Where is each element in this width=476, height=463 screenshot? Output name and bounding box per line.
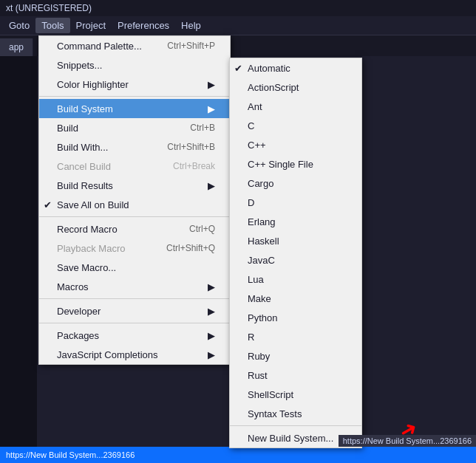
label: Packages <box>57 330 99 341</box>
menu-item-js-completions[interactable]: JavaScript Completions ▶ <box>39 345 230 364</box>
menu-goto[interactable]: Goto <box>3 18 35 33</box>
build-system-submenu: ✔ Automatic ActionScript Ant C C++ C++ S… <box>229 58 362 448</box>
label: New Build System... <box>248 433 333 444</box>
url-tooltip: https://New Build System...2369166 <box>339 435 476 447</box>
menu-item-save-macro[interactable]: Save Macro... <box>39 258 230 277</box>
menu-bar: Goto Tools Project Preferences Help <box>0 16 476 35</box>
label: C <box>248 120 254 131</box>
bs-javac[interactable]: JavaC <box>230 250 361 270</box>
label: Developer <box>57 306 101 317</box>
bs-syntax-tests[interactable]: Syntax Tests <box>230 404 361 423</box>
bs-ruby[interactable]: Ruby <box>230 346 361 366</box>
separator-4 <box>39 323 230 323</box>
bs-separator <box>230 425 361 426</box>
label: Lua <box>248 274 264 285</box>
label: Command Palette... <box>57 41 142 52</box>
url-text: https://New Build System...2369166 <box>343 436 472 445</box>
menu-item-color-highlighter[interactable]: Color Highlighter ▶ <box>39 75 230 94</box>
bs-lua[interactable]: Lua <box>230 270 361 289</box>
sidebar <box>0 56 37 447</box>
label: Snippets... <box>57 60 102 71</box>
title-bar: xt (UNREGISTERED) <box>0 0 476 16</box>
label: Erlang <box>248 216 276 227</box>
label: Save All on Build <box>57 199 129 210</box>
label: C++ Single File <box>248 159 313 170</box>
label: Save Macro... <box>57 262 116 273</box>
label: Build System <box>57 103 113 114</box>
menu-item-command-palette[interactable]: Command Palette... Ctrl+Shift+P <box>39 36 230 55</box>
menu-item-build-results[interactable]: Build Results ▶ <box>39 176 230 195</box>
label: Color Highlighter <box>57 79 129 90</box>
label: Cancel Build <box>57 161 111 172</box>
label: Build <box>57 123 78 134</box>
submenu-arrow: ▶ <box>193 306 215 317</box>
bs-make[interactable]: Make <box>230 289 361 308</box>
bs-d[interactable]: D <box>230 193 361 212</box>
menu-tools[interactable]: Tools <box>35 18 69 33</box>
label: D <box>248 197 254 208</box>
submenu-arrow: ▶ <box>193 103 215 114</box>
menu-project[interactable]: Project <box>70 18 112 33</box>
bs-haskell[interactable]: Haskell <box>230 231 361 250</box>
tools-dropdown: Command Palette... Ctrl+Shift+P Snippets… <box>38 35 231 365</box>
submenu-arrow: ▶ <box>193 330 215 341</box>
status-bar: https://New Build System...2369166 <box>0 447 476 463</box>
label: Ant <box>248 101 262 112</box>
checkmark-icon: ✔ <box>234 63 242 74</box>
bs-python[interactable]: Python <box>230 308 361 327</box>
bs-erlang[interactable]: Erlang <box>230 212 361 231</box>
menu-item-record-macro[interactable]: Record Macro Ctrl+Q <box>39 219 230 239</box>
label: R <box>248 332 254 343</box>
menu-help[interactable]: Help <box>175 18 207 33</box>
label: Make <box>248 293 271 304</box>
bs-rust[interactable]: Rust <box>230 366 361 385</box>
label: Haskell <box>248 236 279 247</box>
bs-automatic[interactable]: ✔ Automatic <box>230 58 361 78</box>
bs-cpp-single[interactable]: C++ Single File <box>230 154 361 174</box>
menu-item-packages[interactable]: Packages ▶ <box>39 326 230 345</box>
bs-shellscript[interactable]: ShellScript <box>230 385 361 404</box>
bs-ant[interactable]: Ant <box>230 97 361 116</box>
bs-cpp[interactable]: C++ <box>230 135 361 154</box>
label: JavaScript Completions <box>57 349 158 360</box>
label: ShellScript <box>248 389 293 400</box>
status-url: https://New Build System...2369166 <box>6 450 135 459</box>
menu-item-save-all-on-build[interactable]: ✔ Save All on Build <box>39 195 230 214</box>
label: Build With... <box>57 142 108 153</box>
tab-app[interactable]: app <box>0 38 33 56</box>
label: ActionScript <box>248 82 299 93</box>
label: Cargo <box>248 178 273 189</box>
submenu-arrow: ▶ <box>193 281 215 292</box>
shortcut: Ctrl+Shift+B <box>145 142 215 152</box>
shortcut: Ctrl+Shift+P <box>145 41 215 51</box>
menu-item-build[interactable]: Build Ctrl+B <box>39 118 230 137</box>
menu-item-snippets[interactable]: Snippets... <box>39 55 230 75</box>
submenu-arrow: ▶ <box>193 79 215 90</box>
shortcut: Ctrl+Break <box>151 161 215 171</box>
menu-item-cancel-build: Cancel Build Ctrl+Break <box>39 157 230 176</box>
shortcut: Ctrl+Q <box>167 224 215 234</box>
shortcut: Ctrl+Shift+Q <box>144 243 215 253</box>
bs-r[interactable]: R <box>230 327 361 346</box>
menu-item-build-with[interactable]: Build With... Ctrl+Shift+B <box>39 137 230 157</box>
label: Build Results <box>57 180 113 191</box>
bs-c[interactable]: C <box>230 116 361 135</box>
label: Macros <box>57 281 89 292</box>
label: Rust <box>248 370 268 381</box>
submenu-arrow: ▶ <box>193 180 215 191</box>
submenu-arrow: ▶ <box>193 349 215 360</box>
label: Syntax Tests <box>248 408 302 419</box>
menu-item-developer[interactable]: Developer ▶ <box>39 301 230 320</box>
label: Python <box>248 312 277 323</box>
label: Playback Macro <box>57 243 125 254</box>
menu-preferences[interactable]: Preferences <box>112 18 175 33</box>
menu-item-macros[interactable]: Macros ▶ <box>39 277 230 296</box>
bs-cargo[interactable]: Cargo <box>230 174 361 193</box>
bs-actionscript[interactable]: ActionScript <box>230 78 361 97</box>
menu-item-build-system[interactable]: Build System ▶ <box>39 99 230 118</box>
separator-1 <box>39 96 230 97</box>
title-text: xt (UNREGISTERED) <box>6 3 92 13</box>
label: Ruby <box>248 351 270 362</box>
label: JavaC <box>248 255 275 266</box>
separator-3 <box>39 298 230 299</box>
